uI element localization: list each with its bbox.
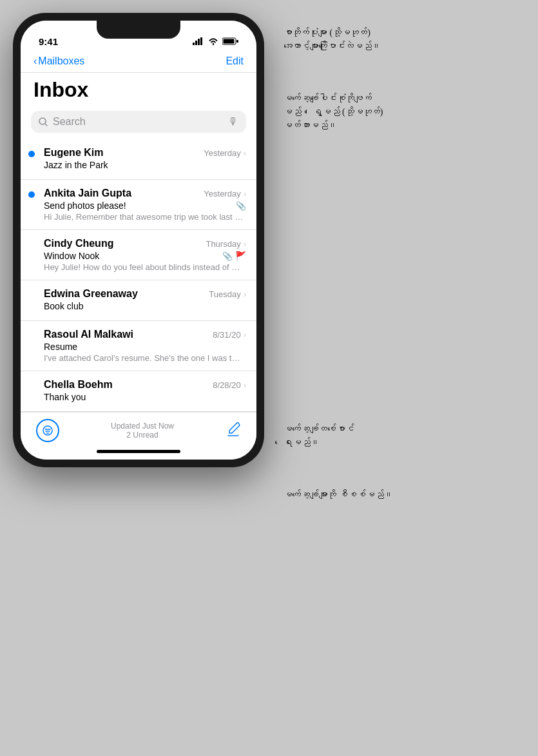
email-date-2: Yesterday — [204, 189, 240, 199]
svg-rect-3 — [200, 37, 202, 45]
email-date-wrapper-2: Yesterday › — [204, 189, 246, 199]
email-date-wrapper-1: Yesterday › — [204, 148, 246, 158]
search-icon — [39, 117, 48, 126]
email-sender-5: Rasoul Al Malkawi — [44, 329, 133, 340]
chevron-right-icon-2: › — [244, 189, 246, 199]
email-date-3: Thursday — [206, 239, 240, 249]
flag-icon-3: 🚩 — [235, 251, 246, 261]
email-item-1[interactable]: Eugene Kim Yesterday › Jazz in the Park — [21, 139, 256, 180]
email-item-5[interactable]: Rasoul Al Malkawi 8/31/20 › Resume I've … — [21, 321, 256, 371]
svg-rect-5 — [224, 39, 235, 44]
search-bar: Search 🎙 — [21, 108, 256, 139]
email-row2-4: Book club — [44, 301, 246, 311]
unread-dot-1 — [28, 151, 35, 157]
phone-screen: 9:41 — [21, 21, 256, 460]
bottom-toolbar: Updated Just Now 2 Unread — [21, 412, 256, 445]
email-preview-2: Hi Julie, Remember that awesome trip we … — [44, 212, 244, 222]
phone-container: 9:41 — [13, 13, 264, 467]
email-subject-5: Resume — [44, 342, 77, 352]
svg-rect-6 — [236, 40, 238, 43]
back-button[interactable]: ‹ Mailboxes — [34, 55, 84, 67]
unread-dot-2 — [28, 191, 35, 198]
annotation-top-left-line2: အကောင့်များကိုပြောင်းလဲမည်။ — [283, 39, 525, 53]
email-icons-2: 📎 — [236, 201, 246, 211]
email-subject-1: Jazz in the Park — [44, 160, 108, 170]
email-row2-3: Window Nook 📎 🚩 — [44, 251, 246, 261]
inbox-header: Inbox — [21, 73, 256, 108]
home-indicator — [21, 445, 256, 460]
svg-rect-0 — [193, 43, 195, 45]
email-date-wrapper-6: 8/28/20 › — [213, 380, 246, 390]
compose-button[interactable] — [226, 422, 241, 440]
email-item-2[interactable]: Ankita Jain Gupta Yesterday › Send photo… — [21, 180, 256, 230]
email-item-3[interactable]: Cindy Cheung Thursday › Window Nook 📎 🚩 — [21, 230, 256, 280]
edit-button[interactable]: Edit — [226, 55, 244, 67]
email-date-wrapper-3: Thursday › — [206, 239, 246, 249]
email-sender-6: Chella Boehm — [44, 379, 113, 391]
home-bar — [97, 450, 180, 453]
annotation-top-right-line1: မက်ဆေ့ချ်ပေါင်းစုံကိုဖျက် — [283, 92, 525, 105]
battery-icon — [222, 37, 238, 45]
wifi-icon — [208, 37, 218, 45]
notch — [97, 21, 180, 39]
svg-line-8 — [45, 124, 47, 126]
inbox-title: Inbox — [34, 78, 244, 102]
email-subject-6: Thank you — [44, 392, 86, 402]
email-row1-2: Ankita Jain Gupta Yesterday › — [44, 188, 246, 199]
mic-icon: 🎙 — [228, 116, 238, 128]
search-placeholder: Search — [53, 116, 223, 128]
annotation-bottom-right-line2: ရေးမည်။ — [283, 436, 525, 449]
status-time: 9:41 — [39, 36, 58, 47]
email-row2-2: Send photos please! 📎 — [44, 200, 246, 211]
chevron-right-icon-4: › — [244, 289, 246, 299]
annotation-bottom-left: မက်ဆေ့ချ်များကို စီစစ်မည်။ — [283, 488, 525, 501]
updated-text: Updated Just Now — [111, 422, 174, 431]
email-item-6[interactable]: Chella Boehm 8/28/20 › Thank you — [21, 371, 256, 412]
page-wrapper: 9:41 — [13, 13, 525, 521]
email-date-4: Tuesday — [209, 289, 240, 299]
email-row1-1: Eugene Kim Yesterday › — [44, 147, 246, 159]
email-date-5: 8/31/20 — [213, 330, 240, 340]
email-subject-3: Window Nook — [44, 251, 99, 261]
email-row1-6: Chella Boehm 8/28/20 › — [44, 379, 246, 391]
filter-icon — [43, 425, 53, 436]
email-row2-5: Resume — [44, 342, 246, 352]
annotation-top-right-line2: မည်၊ ရွေ့မည် (သို့မဟုတ်) — [283, 105, 525, 119]
email-sender-2: Ankita Jain Gupta — [44, 188, 131, 199]
chevron-right-icon-5: › — [244, 330, 246, 340]
email-date-1: Yesterday — [204, 148, 240, 158]
svg-rect-1 — [195, 41, 197, 45]
email-row1-4: Edwina Greenaway Tuesday › — [44, 288, 246, 300]
nav-bar: ‹ Mailboxes Edit — [21, 53, 256, 73]
email-sender-4: Edwina Greenaway — [44, 288, 138, 300]
annotation-top-right-line3: မတ်သားမည်။ — [283, 119, 525, 132]
search-input-wrapper[interactable]: Search 🎙 — [31, 111, 246, 133]
annotation-bottom-right: မက်ဆေ့ချ်တစ်စောင် ရေးမည်။ — [283, 422, 525, 449]
signal-icon — [193, 37, 204, 45]
chevron-right-icon-3: › — [244, 239, 246, 249]
status-icons — [193, 37, 238, 45]
attachment-icon-3: 📎 — [222, 251, 233, 261]
annotation-top-left-line1: စာတိုက်ပုံးများ (သို့မဟုတ်) — [283, 26, 525, 39]
email-preview-3: Hey Julie! How do you feel about blinds … — [44, 262, 244, 272]
email-list: Eugene Kim Yesterday › Jazz in the Park — [21, 139, 256, 412]
email-row1-5: Rasoul Al Malkawi 8/31/20 › — [44, 329, 246, 340]
email-subject-4: Book club — [44, 301, 83, 311]
chevron-left-icon: ‹ — [34, 55, 37, 67]
attachment-icon-2: 📎 — [236, 201, 246, 211]
annotation-top-left: စာတိုက်ပုံးများ (သို့မဟုတ်) အကောင့်များက… — [283, 26, 525, 53]
email-row1-3: Cindy Cheung Thursday › — [44, 238, 246, 249]
email-preview-5: I've attached Carol's resume. She's the … — [44, 353, 244, 363]
email-item-4[interactable]: Edwina Greenaway Tuesday › Book club — [21, 280, 256, 321]
email-icons-3: 📎 🚩 — [222, 251, 246, 261]
email-sender-1: Eugene Kim — [44, 147, 103, 159]
email-subject-2: Send photos please! — [44, 200, 126, 211]
email-row2-6: Thank you — [44, 392, 246, 402]
email-sender-3: Cindy Cheung — [44, 238, 113, 249]
svg-rect-2 — [198, 39, 200, 45]
filter-button[interactable] — [36, 419, 59, 442]
chevron-right-icon-6: › — [244, 380, 246, 390]
chevron-right-icon-1: › — [244, 148, 246, 158]
unread-count: 2 Unread — [111, 431, 174, 440]
email-date-6: 8/28/20 — [213, 380, 240, 390]
